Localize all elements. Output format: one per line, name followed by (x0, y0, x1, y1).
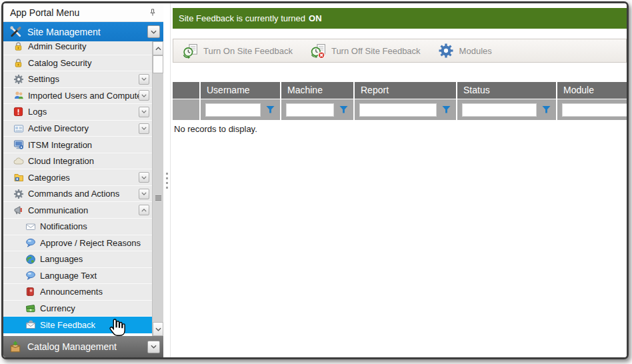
sidebar-item-label: Currency (40, 303, 149, 313)
turn-off-site-feedback-button[interactable]: Turn Off Site Feedback (307, 41, 423, 61)
sidebar-item-label: Settings (28, 74, 139, 84)
sidebar-item-label: Imported Users and Computers (28, 91, 139, 101)
chevron-up-button[interactable] (139, 205, 149, 215)
sidebar-item-label: ITSM Integration (28, 140, 149, 150)
chevron-down-button[interactable] (139, 172, 149, 183)
sidebar-item-communication[interactable]: Communication (3, 202, 152, 219)
grid-filter-row (173, 99, 627, 120)
logs-icon (13, 106, 24, 117)
sidebar-item-label: Announcements (40, 287, 149, 297)
filter-cell-machine (281, 99, 353, 120)
scroll-down-button[interactable] (153, 322, 163, 336)
sidebar-item-commands-and-actions[interactable]: Commands and Actions (3, 186, 152, 203)
sidebar-item-settings[interactable]: Settings (3, 71, 152, 88)
envelope-icon (25, 221, 36, 232)
filter-input-status[interactable] (462, 103, 537, 117)
sidebar-item-site-feedback[interactable]: Site Feedback (3, 317, 152, 333)
card-icon (13, 123, 24, 134)
filter-funnel-icon[interactable] (265, 105, 275, 115)
modules-icon: "> (438, 43, 455, 59)
gear-icon (13, 73, 24, 85)
sidebar-item-itsm-integration[interactable]: ITSM Integration (3, 137, 152, 153)
users-icon (13, 90, 24, 101)
sidebar-item-admin-security[interactable]: Admin Security (3, 41, 152, 55)
sidebar-item-categories[interactable]: Categories (3, 169, 152, 186)
scrollbar-thumb[interactable] (153, 55, 163, 73)
column-header-status[interactable]: Status (457, 82, 556, 99)
lock-icon (13, 41, 24, 52)
app-window: App Portal Menu Site Management Admin Se… (1, 1, 629, 359)
toolbar-button-label: Turn Off Site Feedback (331, 46, 421, 56)
chevron-down-button[interactable] (139, 90, 149, 101)
chevron-down-button[interactable] (139, 189, 149, 199)
sidebar-scrollbar[interactable] (152, 41, 163, 336)
filter-funnel-icon[interactable] (339, 105, 349, 115)
sidebar-scroll-area: Admin SecurityCatalog SecuritySettingsIm… (3, 41, 163, 336)
sidebar-item-currency[interactable]: Currency (3, 301, 152, 317)
sidebar-item-label: Logs (28, 107, 139, 117)
status-state: ON (309, 13, 322, 23)
column-header-report[interactable]: Report (355, 82, 456, 99)
sidebar-group-site-management[interactable]: Site Management (3, 22, 163, 41)
sidebar-item-notifications[interactable]: Notifications (3, 219, 152, 235)
sidebar-item-imported-users-and-computers[interactable]: Imported Users and Computers (3, 88, 152, 105)
sidebar-item-logs[interactable]: Logs (3, 104, 152, 121)
chevron-down-button[interactable] (147, 25, 160, 38)
sidebar-group-catalog-management[interactable]: Catalog Management (3, 336, 163, 357)
sidebar-item-cloud-integration[interactable]: Cloud Integration (3, 153, 152, 170)
sidebar: App Portal Menu Site Management Admin Se… (3, 3, 163, 357)
sidebar-header: App Portal Menu (3, 3, 163, 22)
sidebar-item-language-text[interactable]: Language Text (3, 268, 152, 285)
monitor-icon (13, 139, 24, 151)
chevron-down-button[interactable] (139, 107, 149, 117)
scrollbar-grip-icon (155, 195, 161, 201)
column-header-username[interactable]: Username (201, 82, 280, 99)
sidebar-item-label: Active Directory (28, 123, 139, 133)
turn-off-icon (310, 43, 327, 59)
tools-icon (9, 25, 22, 39)
scrollbar-track[interactable] (153, 73, 163, 322)
money-icon (25, 303, 36, 314)
filter-cell-username (201, 99, 280, 120)
chevron-down-button[interactable] (139, 74, 149, 85)
toolbar: Turn On Site FeedbackTurn Off Site Feedb… (173, 39, 627, 63)
chevron-down-button[interactable] (139, 123, 149, 134)
gear-icon (13, 188, 24, 199)
turn-on-site-feedback-button[interactable]: Turn On Site Feedback (179, 41, 295, 61)
sidebar-item-label: Language Text (40, 271, 149, 281)
toolbar-button-label: Modules (459, 46, 492, 56)
filter-input-username[interactable] (205, 103, 261, 117)
sidebar-item-active-directory[interactable]: Active Directory (3, 121, 152, 137)
scroll-up-button[interactable] (153, 41, 163, 55)
column-header-module[interactable]: Module (557, 82, 627, 99)
column-header-machine[interactable]: Machine (281, 82, 353, 99)
folder-gear-icon (13, 172, 24, 183)
megaphone-icon (13, 205, 24, 216)
cloud-icon (13, 155, 24, 167)
sidebar-item-label: Communication (28, 205, 139, 215)
sidebar-item-announcements[interactable]: Announcements (3, 284, 152, 301)
pin-icon[interactable] (147, 7, 158, 18)
sidebar-item-approve-reject-reasons[interactable]: Approve / Reject Reasons (3, 235, 152, 252)
sidebar-item-label: Languages (40, 254, 149, 264)
filter-funnel-icon[interactable] (441, 105, 451, 115)
toolbar-button-label: Turn On Site Feedback (203, 46, 293, 56)
sidebar-item-languages[interactable]: Languages (3, 251, 152, 268)
chevron-down-button[interactable] (147, 341, 160, 353)
sidebar-item-label: Categories (28, 173, 139, 183)
panel-splitter[interactable] (163, 3, 170, 357)
bubble-icon (25, 270, 36, 281)
sidebar-item-label: Notifications (40, 221, 149, 231)
sidebar-item-catalog-security[interactable]: Catalog Security (3, 55, 152, 72)
feedback-grid: UsernameMachineReportStatusModule (173, 82, 627, 120)
bubble-icon (25, 237, 36, 249)
box-icon (9, 340, 22, 353)
sidebar-item-label: Admin Security (28, 41, 149, 51)
main-panel: Site Feedback is currently turned ON Tur… (170, 3, 627, 357)
filter-input-machine[interactable] (286, 103, 334, 117)
filter-funnel-icon[interactable] (541, 105, 551, 115)
status-banner: Site Feedback is currently turned ON (173, 8, 627, 29)
modules-button[interactable]: ">Modules (435, 41, 495, 61)
filter-input-report[interactable] (359, 103, 437, 117)
filter-input-module[interactable] (562, 103, 627, 117)
